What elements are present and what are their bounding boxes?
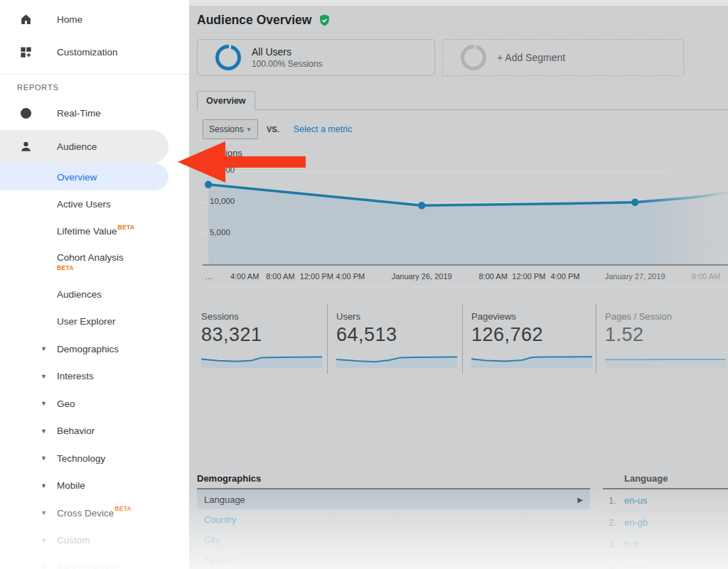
language-list-item[interactable]: 2. en-gb — [603, 511, 728, 533]
x-tick-label: January 26, 2019 — [392, 272, 452, 281]
sidebar-item-benchmarking[interactable]: ▼ Benchmarking — [0, 554, 189, 569]
sidebar-item-label: Lifetime Value — [57, 226, 117, 237]
x-axis-labels: …4:00 AM8:00 AM12:00 PM4:00 PMJanuary 26… — [203, 269, 728, 287]
customization-icon — [19, 45, 33, 59]
metrics-summary-row: Sessions 83,321 Users 64,513 Pageviews 1… — [197, 304, 728, 374]
language-panel-title: Language — [603, 473, 728, 489]
select-a-metric-link[interactable]: Select a metric — [294, 124, 353, 134]
metric-value: 64,513 — [336, 324, 462, 346]
sidebar-item-home[interactable]: Home — [0, 3, 189, 36]
sidebar-item-technology[interactable]: ▼ Technology — [0, 445, 189, 472]
sidebar-item-real-time[interactable]: Real-Time — [0, 97, 189, 129]
sidebar-item-label: Demographics — [57, 344, 119, 354]
segment-title: All Users — [252, 46, 322, 58]
sidebar-item-cohort-analysis[interactable]: Cohort Analysis BETA — [0, 245, 189, 281]
sparkline-chart — [201, 351, 322, 368]
y-tick-label: 15,000 — [210, 166, 235, 174]
vs-label: VS. — [267, 125, 279, 134]
language-panel: Language 1. en-us 2. en-gb 3. fr-fr 4. z… — [603, 473, 728, 569]
chevron-down-icon: ▼ — [41, 564, 48, 569]
x-tick-label: 4:00 PM — [550, 272, 579, 281]
x-tick-label: 4:00 AM — [230, 272, 259, 281]
metric-card-sessions[interactable]: Sessions 83,321 — [197, 304, 327, 374]
segment-subtitle: 100.00% Sessions — [252, 59, 322, 69]
sidebar-item-customization[interactable]: Customization — [0, 36, 189, 68]
sidebar-item-label: Mobile — [57, 480, 85, 491]
sidebar-item-user-explorer[interactable]: User Explorer — [0, 308, 189, 336]
language-list-item[interactable]: 3. fr-fr — [603, 533, 728, 556]
chart-title: Sessions — [205, 148, 728, 159]
sidebar-item-label: User Explorer — [57, 316, 116, 327]
metric-selector-dropdown[interactable]: Sessions ▼ — [203, 119, 258, 139]
sidebar-item-label: Benchmarking — [57, 563, 118, 569]
sidebar-item-label: Technology — [57, 453, 105, 464]
main-content: Audience Overview All Users 100.00% Sess… — [189, 0, 728, 569]
segment-donut-icon — [215, 45, 241, 70]
beta-badge: BETA — [57, 263, 124, 273]
chevron-down-icon: ▼ — [41, 373, 48, 380]
clock-icon — [19, 106, 33, 120]
sidebar-item-geo[interactable]: ▼ Geo — [0, 390, 189, 418]
segment-donut-icon — [461, 45, 486, 70]
sidebar-item-custom[interactable]: ▼ Custom — [0, 527, 189, 555]
metric-value: 126,762 — [471, 324, 596, 346]
sidebar-item-interests[interactable]: ▼ Interests — [0, 363, 189, 391]
language-list-item[interactable]: 1. en-us — [603, 489, 728, 511]
top-band — [189, 0, 728, 6]
reports-section-label: REPORTS — [0, 79, 189, 97]
chevron-down-icon: ▼ — [246, 126, 252, 133]
chevron-down-icon: ▼ — [41, 345, 48, 352]
sidebar-item-label: Cross Device — [57, 508, 114, 519]
sidebar-item-active-users[interactable]: Active Users — [0, 190, 189, 218]
sidebar-item-label: Interests — [57, 371, 94, 381]
metric-card-pageviews[interactable]: Pageviews 126,762 — [462, 304, 596, 374]
demographics-row-country[interactable]: Country — [197, 509, 590, 529]
metric-card-pages-per-session[interactable]: Pages / Session 1.52 — [596, 304, 728, 374]
sidebar-item-lifetime-value[interactable]: Lifetime Value BETA — [0, 218, 189, 246]
sidebar: Home Customization REPORTS Real-Time Aud… — [0, 0, 189, 569]
demographics-title: Demographics — [197, 473, 590, 489]
sidebar-item-audiences[interactable]: Audiences — [0, 281, 189, 308]
x-tick-label: 12:00 PM — [300, 272, 333, 281]
beta-badge: BETA — [118, 224, 135, 231]
chevron-down-icon: ▼ — [41, 428, 48, 435]
sidebar-item-overview[interactable]: Overview — [0, 163, 168, 190]
demographics-row-language[interactable]: Language ▶ — [197, 489, 590, 509]
x-tick-label: 12:00 PM — [512, 272, 545, 281]
x-tick-label: 8:00 AM — [692, 272, 720, 281]
language-list-item[interactable]: 4. zh-cn — [603, 556, 728, 569]
sidebar-item-mobile[interactable]: ▼ Mobile — [0, 472, 189, 500]
all-users-segment-card[interactable]: All Users 100.00% Sessions — [197, 39, 435, 76]
demographics-row-system[interactable]: System — [197, 549, 590, 569]
chart-canvas — [203, 162, 728, 269]
add-segment-button[interactable]: + Add Segment — [442, 39, 684, 76]
beta-badge: BETA — [114, 505, 132, 512]
tab-bar: Overview — [197, 90, 728, 110]
sidebar-item-behavior[interactable]: ▼ Behavior — [0, 418, 189, 445]
y-tick-label: 5,000 — [210, 228, 230, 237]
chevron-down-icon: ▼ — [41, 482, 48, 489]
sidebar-item-demographics[interactable]: ▼ Demographics — [0, 335, 189, 363]
demographics-panel: Demographics Language ▶ Country City Sys… — [197, 473, 590, 569]
sidebar-item-label: Audience — [57, 141, 97, 152]
metric-label: Sessions — [201, 311, 327, 322]
sparkline-chart — [605, 351, 726, 368]
metric-card-users[interactable]: Users 64,513 — [327, 304, 462, 374]
report-header: Audience Overview — [197, 6, 728, 28]
verified-shield-icon — [318, 13, 331, 27]
sidebar-item-audience[interactable]: Audience — [0, 130, 168, 163]
chevron-down-icon: ▼ — [41, 455, 48, 462]
segment-bar: All Users 100.00% Sessions + Add Segment — [197, 39, 728, 76]
demographics-row-city[interactable]: City — [197, 529, 590, 549]
metric-label: Pageviews — [471, 311, 596, 322]
chevron-down-icon: ▼ — [41, 509, 48, 516]
x-tick-label: … — [205, 272, 213, 281]
sidebar-item-cross-device[interactable]: ▼ Cross Device BETA — [0, 499, 189, 527]
x-tick-label: 4:00 PM — [336, 272, 365, 281]
sparkline-chart — [336, 351, 457, 368]
x-tick-label: 8:00 AM — [478, 272, 507, 281]
sidebar-item-label: Behavior — [57, 426, 95, 436]
tab-overview[interactable]: Overview — [197, 91, 255, 110]
sidebar-item-label: Cohort Analysis — [57, 253, 124, 263]
home-icon — [19, 12, 33, 26]
